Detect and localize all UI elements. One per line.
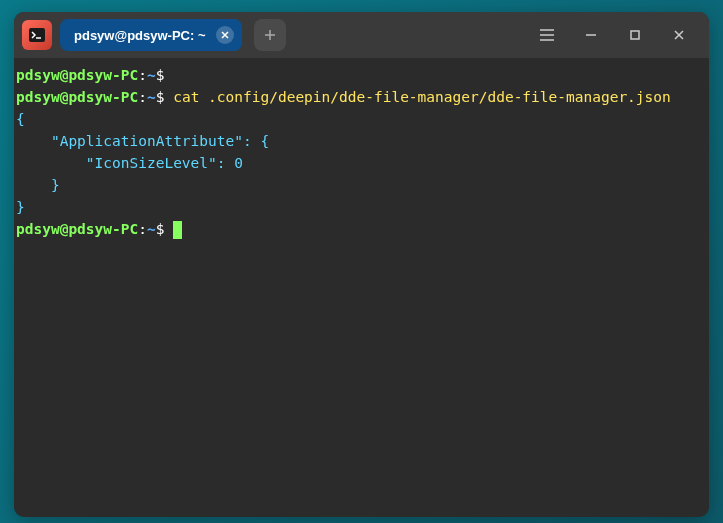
tab-active[interactable]: pdsyw@pdsyw-PC: ~	[60, 19, 242, 51]
prompt-host: pdsyw-PC	[68, 89, 138, 105]
output-line: "IconSizeLevel": 0	[16, 155, 243, 171]
prompt-colon: :	[138, 89, 147, 105]
prompt-path: ~	[147, 67, 156, 83]
cursor	[173, 221, 182, 239]
prompt-symbol: $	[156, 89, 165, 105]
hamburger-icon	[539, 29, 555, 41]
terminal-icon	[28, 26, 46, 44]
titlebar: pdsyw@pdsyw-PC: ~	[14, 12, 709, 58]
plus-icon	[263, 28, 277, 42]
new-tab-button[interactable]	[254, 19, 286, 51]
command-cat: cat .config/deepin/dde-file-manager/dde-…	[173, 89, 671, 105]
tab-title: pdsyw@pdsyw-PC: ~	[74, 28, 206, 43]
prompt-host: pdsyw-PC	[68, 67, 138, 83]
prompt-path: ~	[147, 221, 156, 237]
prompt-user: pdsyw	[16, 221, 60, 237]
prompt-user: pdsyw	[16, 67, 60, 83]
close-window-button[interactable]	[657, 13, 701, 57]
prompt-path: ~	[147, 89, 156, 105]
close-icon	[221, 31, 229, 39]
prompt-host: pdsyw-PC	[68, 221, 138, 237]
output-line: }	[16, 177, 60, 193]
terminal-app-icon	[22, 20, 52, 50]
terminal-content[interactable]: pdsyw@pdsyw-PC:~$ pdsyw@pdsyw-PC:~$ cat …	[14, 58, 709, 517]
close-icon	[672, 28, 686, 42]
svg-rect-6	[631, 31, 639, 39]
maximize-icon	[628, 28, 642, 42]
output-line: {	[16, 111, 25, 127]
minimize-icon	[584, 28, 598, 42]
prompt-symbol: $	[156, 67, 165, 83]
output-line: "ApplicationAttribute": {	[16, 133, 269, 149]
menu-button[interactable]	[525, 13, 569, 57]
maximize-button[interactable]	[613, 13, 657, 57]
prompt-user: pdsyw	[16, 89, 60, 105]
tab-close-button[interactable]	[216, 26, 234, 44]
output-line: }	[16, 199, 25, 215]
minimize-button[interactable]	[569, 13, 613, 57]
prompt-colon: :	[138, 221, 147, 237]
terminal-window: pdsyw@pdsyw-PC: ~	[14, 12, 709, 517]
svg-rect-0	[29, 28, 45, 42]
prompt-symbol: $	[156, 221, 165, 237]
prompt-colon: :	[138, 67, 147, 83]
